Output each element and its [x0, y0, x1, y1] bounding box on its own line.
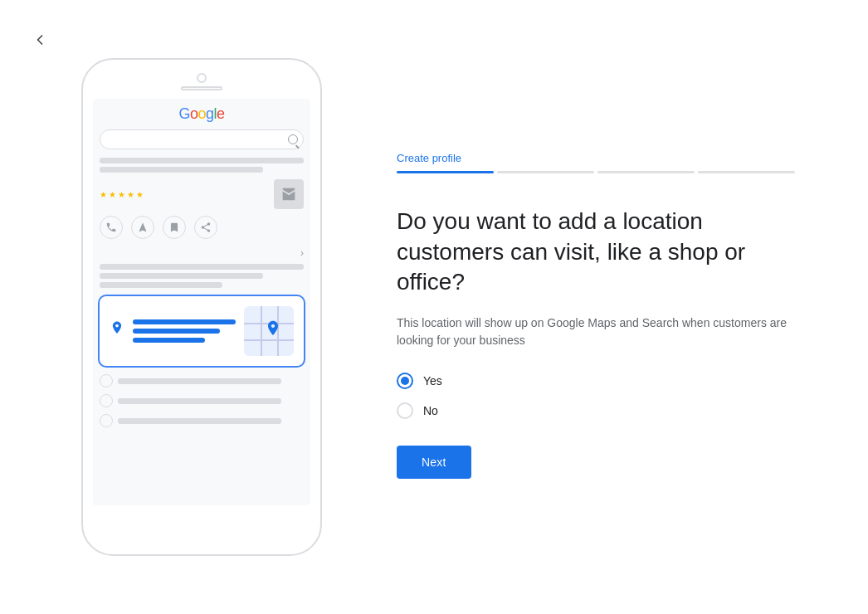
- map-thumbnail: [244, 306, 294, 356]
- logo-letter-o1: o: [190, 105, 198, 123]
- question-subtext: This location will show up on Google Map…: [397, 314, 795, 349]
- logo-letter-o2: o: [197, 105, 206, 123]
- radio-option-yes[interactable]: Yes: [397, 373, 795, 389]
- star-2: ★: [109, 190, 116, 199]
- progress-tab-1: [397, 171, 494, 173]
- radio-option-no[interactable]: No: [397, 402, 795, 419]
- phone-lower: [100, 374, 304, 427]
- phone-speaker: [181, 86, 222, 90]
- loc-line: [133, 329, 220, 334]
- radio-yes-inner: [401, 377, 409, 385]
- phone-line: [100, 167, 263, 173]
- loc-line: [133, 338, 205, 343]
- radio-group: Yes No: [397, 373, 795, 419]
- back-button[interactable]: [25, 25, 55, 55]
- phone-lines-top: [100, 158, 304, 173]
- phone-icon-row-1: [100, 374, 304, 387]
- star-rating: ★ ★ ★ ★ ★: [100, 190, 144, 199]
- progress-tab-4: [698, 171, 795, 173]
- share-icon: [194, 216, 217, 239]
- star-4: ★: [127, 190, 134, 199]
- phone-action-icons: [100, 216, 304, 239]
- create-profile-label: Create profile: [397, 152, 795, 164]
- location-card: [98, 295, 305, 368]
- progress-tab-2: [497, 171, 594, 173]
- phone-content: Google ★ ★ ★ ★: [93, 99, 310, 505]
- page-container: Google ★ ★ ★ ★: [0, 0, 868, 614]
- phone-icon-small: [100, 374, 113, 387]
- phone-icon-row-2: [100, 394, 304, 407]
- phone-camera: [197, 73, 207, 83]
- phone-chevron: ›: [100, 247, 304, 259]
- directions-icon: [131, 216, 154, 239]
- star-5: ★: [136, 190, 144, 199]
- phone-stars-row: ★ ★ ★ ★ ★: [100, 179, 304, 209]
- phone-line: [118, 398, 281, 404]
- logo-letter-g2: g: [206, 105, 214, 123]
- phone-line: [118, 378, 281, 384]
- radio-no-label: No: [423, 404, 438, 417]
- search-icon: [288, 134, 298, 144]
- phone-search-bar: [100, 129, 304, 149]
- question-heading: Do you want to add a location customers …: [397, 207, 795, 297]
- form-section: Create profile Do you want to add a loca…: [397, 135, 795, 478]
- phone-lines-mid: [100, 264, 304, 288]
- map-line-v: [261, 306, 262, 356]
- bookmark-icon: [163, 216, 186, 239]
- phone-line: [100, 158, 304, 163]
- phone-outer: Google ★ ★ ★ ★: [81, 58, 322, 556]
- star-1: ★: [100, 190, 107, 199]
- phone-icon-row-3: [100, 414, 304, 427]
- map-pin-icon: [264, 319, 282, 346]
- phone-icon-small: [100, 414, 113, 427]
- logo-letter-g: G: [178, 105, 190, 123]
- phone-line: [100, 282, 222, 288]
- google-logo: Google: [100, 105, 304, 123]
- phone-illustration: Google ★ ★ ★ ★: [73, 58, 330, 556]
- shop-icon: [274, 179, 304, 209]
- radio-yes-label: Yes: [423, 374, 442, 387]
- progress-bar: [397, 171, 795, 173]
- phone-line: [100, 273, 263, 279]
- phone-line: [118, 418, 281, 424]
- radio-yes-outer: [397, 373, 413, 389]
- phone-icon-small: [100, 394, 113, 407]
- next-button[interactable]: Next: [397, 446, 471, 479]
- progress-tab-3: [597, 171, 695, 173]
- location-pin-icon: [110, 320, 124, 343]
- location-lines: [133, 319, 236, 343]
- phone-icon: [100, 216, 123, 239]
- phone-line: [100, 264, 304, 270]
- loc-line: [133, 319, 236, 324]
- radio-no-outer: [397, 402, 413, 419]
- logo-letter-e: e: [217, 105, 225, 123]
- star-3: ★: [118, 190, 125, 199]
